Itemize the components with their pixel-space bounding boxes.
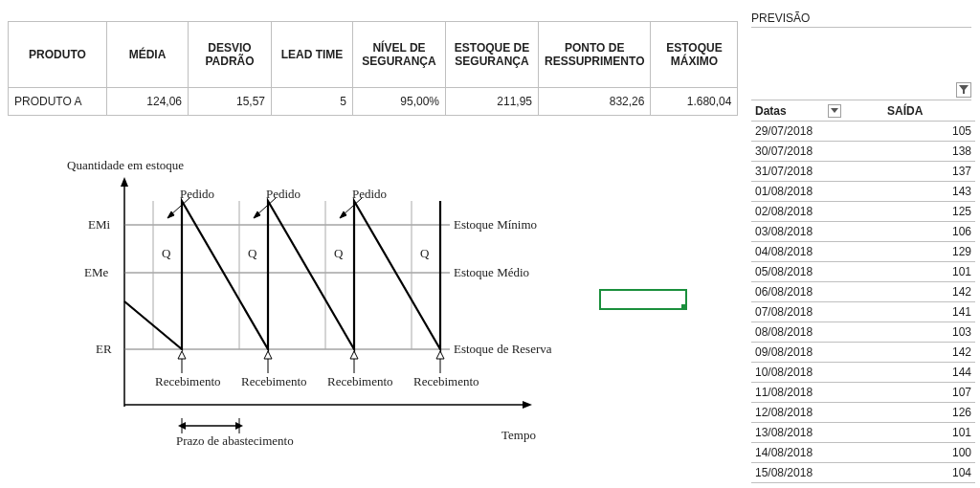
- selected-cell[interactable]: [599, 289, 687, 310]
- table-row[interactable]: 29/07/2018105: [751, 122, 975, 142]
- cell-date[interactable]: 02/08/2018: [751, 202, 883, 222]
- cell-saida[interactable]: 142: [883, 343, 975, 363]
- q-4: Q: [420, 246, 429, 261]
- cell-date[interactable]: 29/07/2018: [751, 122, 883, 142]
- cell-saida[interactable]: 129: [883, 242, 975, 262]
- summary-row[interactable]: PRODUTO A 124,06 15,57 5 95,00% 211,95 8…: [9, 88, 738, 116]
- cell-leadtime[interactable]: 5: [272, 88, 353, 116]
- cell-saida[interactable]: 142: [883, 282, 975, 302]
- table-row[interactable]: 03/08/2018106: [751, 222, 975, 242]
- table-row[interactable]: 15/08/2018104: [751, 463, 975, 483]
- cell-saida[interactable]: 107: [883, 383, 975, 403]
- cell-saida[interactable]: 126: [883, 403, 975, 423]
- table-row[interactable]: 09/08/2018142: [751, 343, 975, 363]
- cell-saida[interactable]: 101: [883, 423, 975, 443]
- table-row[interactable]: 11/08/2018107: [751, 383, 975, 403]
- cell-date[interactable]: 30/07/2018: [751, 142, 883, 162]
- hdr-desvio: DESVIO PADRÃO: [189, 22, 272, 88]
- pedido-1: Pedido: [180, 187, 214, 202]
- cell-date[interactable]: 09/08/2018: [751, 343, 883, 363]
- filter-icon[interactable]: [956, 82, 971, 98]
- cell-date[interactable]: 10/08/2018: [751, 363, 883, 383]
- cell-saida[interactable]: 138: [883, 142, 975, 162]
- fill-handle[interactable]: [681, 304, 687, 310]
- q-2: Q: [248, 246, 256, 261]
- receb-2: Recebimento: [241, 374, 307, 389]
- cell-esseg[interactable]: 211,95: [446, 88, 539, 116]
- cell-date[interactable]: 11/08/2018: [751, 383, 883, 403]
- cell-nivel[interactable]: 95,00%: [353, 88, 446, 116]
- forecast-table: Datas SAÍDA 29/07/201810530/07/201813831…: [751, 101, 975, 488]
- pedido-3: Pedido: [352, 187, 387, 202]
- svg-marker-19: [178, 351, 186, 359]
- svg-marker-2: [121, 177, 128, 187]
- cell-date[interactable]: 03/08/2018: [751, 222, 883, 242]
- cell-saida[interactable]: 137: [883, 162, 975, 182]
- summary-table: PRODUTO MÉDIA DESVIO PADRÃO LEAD TIME NÍ…: [8, 21, 738, 116]
- table-row[interactable]: 05/08/2018101: [751, 262, 975, 282]
- receb-3: Recebimento: [327, 374, 393, 389]
- svg-marker-4: [523, 401, 532, 409]
- hdr-datas[interactable]: Datas: [751, 101, 883, 122]
- table-row[interactable]: 12/08/2018126: [751, 403, 975, 423]
- svg-marker-20: [264, 351, 272, 359]
- cell-desvio[interactable]: 15,57: [189, 88, 272, 116]
- hdr-estmax: ESTOQUE MÁXIMO: [651, 22, 738, 88]
- cell-saida[interactable]: 103: [883, 322, 975, 343]
- cell-saida[interactable]: 101: [883, 262, 975, 282]
- cell-date[interactable]: 07/08/2018: [751, 302, 883, 322]
- cell-saida[interactable]: 100: [883, 443, 975, 463]
- cell-date[interactable]: 08/08/2018: [751, 322, 883, 343]
- receb-1: Recebimento: [155, 374, 221, 389]
- cell-date[interactable]: 13/08/2018: [751, 423, 883, 443]
- table-row[interactable]: 14/08/2018100: [751, 443, 975, 463]
- table-row[interactable]: 08/08/2018103: [751, 322, 975, 343]
- table-row[interactable]: 01/08/2018143: [751, 182, 975, 202]
- table-row[interactable]: 07/08/2018141: [751, 302, 975, 322]
- receb-4: Recebimento: [413, 374, 479, 389]
- cell-date[interactable]: 04/08/2018: [751, 242, 883, 262]
- hdr-saida[interactable]: SAÍDA: [883, 101, 975, 122]
- cell-date[interactable]: 14/08/2018: [751, 443, 883, 463]
- cell-saida[interactable]: 106: [883, 222, 975, 242]
- hdr-produto: PRODUTO: [9, 22, 107, 88]
- pedido-2: Pedido: [266, 187, 301, 202]
- table-row[interactable]: 13/08/2018101: [751, 423, 975, 443]
- cell-date[interactable]: 05/08/2018: [751, 262, 883, 282]
- cell-media[interactable]: 124,06: [107, 88, 189, 116]
- axis-eme: EMe: [84, 265, 108, 280]
- cell-date[interactable]: 06/08/2018: [751, 282, 883, 302]
- table-row[interactable]: 16/08/2018131: [751, 483, 975, 489]
- cell-saida[interactable]: 131: [883, 483, 975, 489]
- cell-saida[interactable]: 143: [883, 182, 975, 202]
- cell-saida[interactable]: 104: [883, 463, 975, 483]
- label-er: Estoque de Reserva: [454, 342, 552, 357]
- hdr-estseg: ESTOQUE DE SEGURANÇA: [446, 22, 539, 88]
- cell-esmax[interactable]: 1.680,04: [651, 88, 738, 116]
- cell-saida[interactable]: 105: [883, 122, 975, 142]
- hdr-leadtime: LEAD TIME: [272, 22, 353, 88]
- hdr-nivel: NÍVEL DE SEGURANÇA: [353, 22, 446, 88]
- table-row[interactable]: 31/07/2018137: [751, 162, 975, 182]
- table-row[interactable]: 06/08/2018142: [751, 282, 975, 302]
- axis-er: ER: [96, 342, 112, 357]
- table-row[interactable]: 30/07/2018138: [751, 142, 975, 162]
- cell-date[interactable]: 31/07/2018: [751, 162, 883, 182]
- cell-date[interactable]: 01/08/2018: [751, 182, 883, 202]
- cell-produto[interactable]: PRODUTO A: [9, 88, 107, 116]
- table-row[interactable]: 10/08/2018144: [751, 363, 975, 383]
- svg-marker-0: [959, 85, 969, 94]
- cell-saida[interactable]: 141: [883, 302, 975, 322]
- cell-date[interactable]: 12/08/2018: [751, 403, 883, 423]
- hdr-pontores: PONTO DE RESSUPRIMENTO: [539, 22, 651, 88]
- table-row[interactable]: 02/08/2018125: [751, 202, 975, 222]
- dropdown-icon[interactable]: [828, 104, 841, 118]
- cell-date[interactable]: 16/08/2018: [751, 483, 883, 489]
- cell-saida[interactable]: 125: [883, 202, 975, 222]
- q-3: Q: [334, 246, 343, 261]
- cell-pontores[interactable]: 832,26: [539, 88, 651, 116]
- cell-date[interactable]: 15/08/2018: [751, 463, 883, 483]
- table-row[interactable]: 04/08/2018129: [751, 242, 975, 262]
- cell-saida[interactable]: 144: [883, 363, 975, 383]
- prazo-label: Prazo de abastecimento: [176, 433, 253, 449]
